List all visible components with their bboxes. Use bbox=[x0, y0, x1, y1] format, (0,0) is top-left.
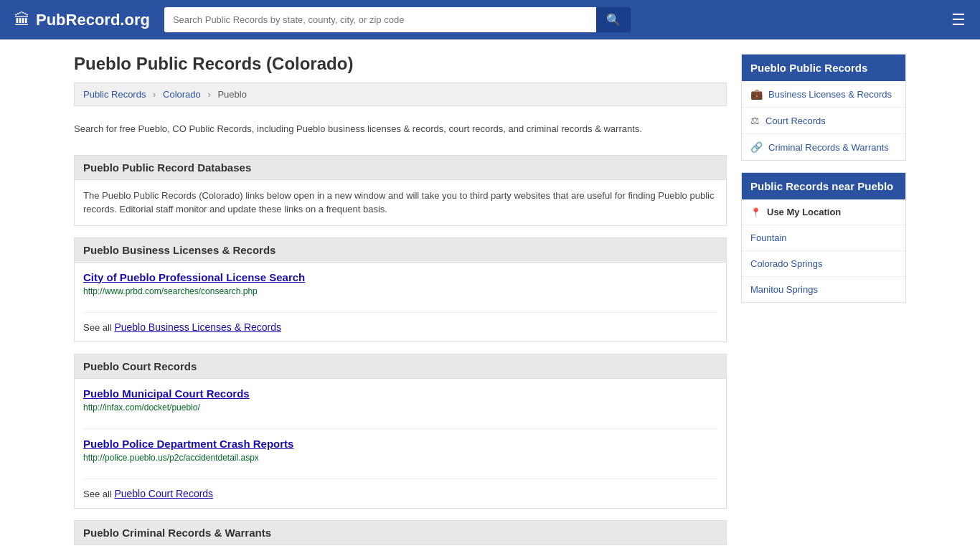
sidebar-court-label: Court Records bbox=[765, 116, 826, 126]
business-record-1: City of Pueblo Professional License Sear… bbox=[83, 271, 717, 313]
sidebar-nearby-content: 📍 Use My Location Fountain Colorado Spri… bbox=[742, 199, 905, 302]
nearby-city-3[interactable]: Manitou Springs bbox=[742, 277, 905, 302]
business-licenses-section-header: Pueblo Business Licenses & Records bbox=[74, 237, 727, 263]
search-icon: 🔍 bbox=[606, 14, 621, 26]
use-my-location-item[interactable]: 📍 Use My Location bbox=[742, 199, 905, 225]
menu-button[interactable]: ☰ bbox=[951, 11, 966, 29]
sidebar-public-records-box: Pueblo Public Records 💼 Business License… bbox=[741, 54, 906, 161]
site-header: 🏛 PubRecord.org 🔍 ☰ bbox=[0, 0, 980, 39]
business-see-all-link[interactable]: Pueblo Business Licenses & Records bbox=[114, 321, 281, 333]
sidebar-nearby-header: Public Records near Pueblo bbox=[742, 173, 905, 199]
sidebar-criminal-label: Criminal Records & Warrants bbox=[768, 142, 889, 153]
pueblo-municipal-court-url: http://infax.com/docket/pueblo/ bbox=[83, 402, 717, 413]
logo-icon: 🏛 bbox=[14, 11, 30, 29]
nearby-city-3-label: Manitou Springs bbox=[750, 284, 818, 295]
city-pueblo-license-link[interactable]: City of Pueblo Professional License Sear… bbox=[83, 271, 717, 283]
nearby-city-2[interactable]: Colorado Springs bbox=[742, 251, 905, 277]
sidebar-item-court-records[interactable]: ⚖ Court Records bbox=[742, 108, 905, 134]
sidebar-business-label: Business Licenses & Records bbox=[768, 89, 892, 100]
page-description: Search for free Pueblo, CO Public Record… bbox=[74, 115, 727, 143]
pueblo-police-crash-link[interactable]: Pueblo Police Department Crash Reports bbox=[83, 438, 717, 450]
hamburger-icon: ☰ bbox=[951, 11, 966, 29]
breadcrumb-public-records[interactable]: Public Records bbox=[83, 89, 146, 100]
breadcrumb: Public Records › Colorado › Pueblo bbox=[74, 83, 727, 106]
pueblo-police-crash-url: http://police.pueblo.us/p2c/accidentdeta… bbox=[83, 453, 717, 463]
court-records-section-content: Pueblo Municipal Court Records http://in… bbox=[74, 379, 727, 509]
sidebar: Pueblo Public Records 💼 Business License… bbox=[741, 54, 906, 545]
breadcrumb-sep-2: › bbox=[207, 89, 210, 100]
content-area: Pueblo Public Records (Colorado) Public … bbox=[74, 54, 727, 545]
sidebar-item-business-licenses[interactable]: 💼 Business Licenses & Records bbox=[742, 81, 905, 108]
nearby-city-2-label: Colorado Springs bbox=[750, 258, 822, 269]
court-see-all-link[interactable]: Pueblo Court Records bbox=[114, 488, 213, 499]
databases-info-text: The Pueblo Public Records (Colorado) lin… bbox=[83, 189, 717, 217]
nearby-city-1[interactable]: Fountain bbox=[742, 225, 905, 251]
business-see-all: See all Pueblo Business Licenses & Recor… bbox=[83, 321, 717, 333]
breadcrumb-sep-1: › bbox=[153, 89, 156, 100]
main-container: Pueblo Public Records (Colorado) Public … bbox=[60, 39, 920, 551]
breadcrumb-current: Pueblo bbox=[217, 89, 246, 100]
pin-icon: 📍 bbox=[750, 207, 761, 217]
business-see-all-prefix: See all bbox=[83, 322, 114, 333]
nearby-city-1-label: Fountain bbox=[750, 232, 787, 243]
pueblo-municipal-court-link[interactable]: Pueblo Municipal Court Records bbox=[83, 387, 717, 400]
sidebar-item-criminal-records[interactable]: 🔗 Criminal Records & Warrants bbox=[742, 134, 905, 160]
use-location-label: Use My Location bbox=[767, 207, 841, 217]
search-bar: 🔍 bbox=[164, 7, 631, 32]
court-see-all-prefix: See all bbox=[83, 489, 114, 499]
link-icon: 🔗 bbox=[750, 141, 763, 153]
sidebar-nearby-box: Public Records near Pueblo 📍 Use My Loca… bbox=[741, 172, 906, 303]
business-licenses-section-content: City of Pueblo Professional License Sear… bbox=[74, 263, 727, 342]
sidebar-public-records-content: 💼 Business Licenses & Records ⚖ Court Re… bbox=[742, 81, 905, 160]
breadcrumb-colorado[interactable]: Colorado bbox=[163, 89, 201, 100]
logo-text: PubRecord.org bbox=[36, 11, 150, 29]
court-record-1: Pueblo Municipal Court Records http://in… bbox=[83, 387, 717, 429]
city-pueblo-license-url: http://www.prbd.com/searches/consearch.p… bbox=[83, 286, 717, 296]
court-see-all: See all Pueblo Court Records bbox=[83, 488, 717, 499]
search-input[interactable] bbox=[164, 7, 596, 32]
databases-section-header: Pueblo Public Record Databases bbox=[74, 155, 727, 180]
search-button[interactable]: 🔍 bbox=[596, 7, 631, 32]
page-title: Pueblo Public Records (Colorado) bbox=[74, 54, 727, 74]
court-record-2: Pueblo Police Department Crash Reports h… bbox=[83, 438, 717, 479]
sidebar-public-records-header: Pueblo Public Records bbox=[742, 55, 905, 81]
databases-section-content: The Pueblo Public Records (Colorado) lin… bbox=[74, 180, 727, 226]
briefcase-icon: 💼 bbox=[750, 88, 763, 100]
scales-icon: ⚖ bbox=[750, 115, 760, 126]
logo[interactable]: 🏛 PubRecord.org bbox=[14, 11, 150, 29]
criminal-records-section-header: Pueblo Criminal Records & Warrants bbox=[74, 520, 727, 545]
court-records-section-header: Pueblo Court Records bbox=[74, 354, 727, 379]
